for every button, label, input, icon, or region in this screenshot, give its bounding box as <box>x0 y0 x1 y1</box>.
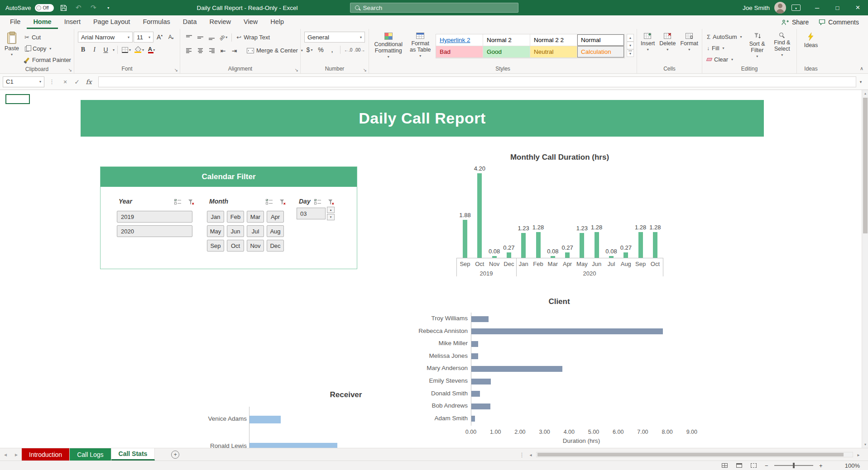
slicer-item-may[interactable]: May <box>207 225 224 237</box>
sheet-tab-call-stats[interactable]: Call Stats <box>111 448 155 461</box>
close-button[interactable]: × <box>848 0 868 15</box>
slicer-item-apr[interactable]: Apr <box>267 211 284 223</box>
vertical-scroll-thumb[interactable] <box>863 98 868 233</box>
hscroll-left-icon[interactable]: ◂ <box>527 451 534 458</box>
ribbon-tab-help[interactable]: Help <box>264 15 290 29</box>
cancel-formula-icon[interactable]: × <box>59 76 71 87</box>
clear-button[interactable]: Clear▾ <box>705 54 744 65</box>
slicer-item-aug[interactable]: Aug <box>267 225 284 237</box>
sheet-nav-right-icon[interactable]: ▸ <box>11 448 22 461</box>
day-multiselect-icon[interactable] <box>313 198 322 206</box>
ribbon-tab-view[interactable]: View <box>237 15 264 29</box>
normal-view-button[interactable] <box>720 462 730 470</box>
find-select-button[interactable]: Find & Select ▾ <box>771 31 794 58</box>
format-painter-button[interactable]: Format Painter <box>23 54 73 66</box>
slicer-item-jan[interactable]: Jan <box>207 211 224 223</box>
alignment-dialog-launcher[interactable]: ↘ <box>295 68 298 72</box>
styles-scroll-up-button[interactable]: ▴ <box>627 34 634 42</box>
slicer-item-2020[interactable]: 2020 <box>117 225 192 237</box>
formula-input[interactable] <box>98 76 856 87</box>
cell-style-normal-2-2[interactable]: Normal 2 2 <box>530 34 577 46</box>
save-button[interactable] <box>58 2 69 13</box>
cut-button[interactable]: ✂Cut <box>23 32 73 43</box>
enter-formula-icon[interactable]: ✓ <box>71 76 83 87</box>
fill-button[interactable]: ↓Fill▾ <box>705 43 744 54</box>
cell-style-good[interactable]: Good <box>483 46 530 58</box>
slicer-item-jul[interactable]: Jul <box>247 225 264 237</box>
scroll-down-icon[interactable]: ▾ <box>862 441 868 448</box>
bottom-align-button[interactable] <box>206 32 217 43</box>
slicer-item-mar[interactable]: Mar <box>247 211 264 223</box>
percent-style-button[interactable]: % <box>316 44 326 55</box>
slicer-item-jun[interactable]: Jun <box>227 225 244 237</box>
undo-button[interactable]: ↶ <box>73 2 84 13</box>
formula-bar-expand-icon[interactable]: ▾ <box>856 80 865 84</box>
new-sheet-button[interactable]: + <box>171 451 179 459</box>
day-input[interactable]: 03 <box>297 208 326 219</box>
font-name-combo[interactable]: Arial Narrow▾ <box>78 32 133 43</box>
format-cells-button[interactable]: Format ▾ <box>678 31 700 53</box>
increase-indent-button[interactable]: ⇥ <box>229 45 240 56</box>
minimize-button[interactable]: ─ <box>807 0 827 15</box>
top-align-button[interactable] <box>184 32 194 43</box>
insert-cells-button[interactable]: Insert ▾ <box>639 31 657 53</box>
sheet-tab-introduction[interactable]: Introduction <box>22 448 70 461</box>
increase-decimal-button[interactable]: ←.0 <box>343 44 354 55</box>
decrease-decimal-button[interactable]: .00→ <box>355 44 365 55</box>
zoom-out-button[interactable]: − <box>763 462 770 469</box>
cell-style-hyperlink-2[interactable]: Hyperlink 2 <box>436 34 483 46</box>
ribbon-tab-home[interactable]: Home <box>27 15 58 29</box>
horizontal-scrollbar[interactable] <box>536 452 853 457</box>
slicer-item-nov[interactable]: Nov <box>247 240 264 252</box>
share-button[interactable]: Share <box>782 19 809 26</box>
slicer-item-feb[interactable]: Feb <box>227 211 244 223</box>
slicer-item-oct[interactable]: Oct <box>227 240 244 252</box>
wrap-text-button[interactable]: ↩Wrap Text <box>235 32 272 43</box>
ribbon-tab-data[interactable]: Data <box>177 15 203 29</box>
sheet-nav-left-icon[interactable]: ◂ <box>0 448 11 461</box>
paste-button[interactable]: Paste ▾ <box>3 31 21 58</box>
user-avatar[interactable] <box>774 2 786 14</box>
ribbon-display-options-button[interactable]: ▾ <box>791 5 801 11</box>
styles-scroll-down-button[interactable]: ▾ <box>627 42 634 49</box>
zoom-slider[interactable] <box>774 462 813 469</box>
format-as-table-button[interactable]: Format as Table ▾ <box>406 31 435 59</box>
collapse-ribbon-button[interactable]: ∧ <box>860 66 863 71</box>
accounting-format-button[interactable]: $▾ <box>304 44 315 55</box>
day-spin-up-button[interactable]: ▴ <box>327 207 335 213</box>
font-size-combo[interactable]: 11▾ <box>134 32 153 43</box>
name-box[interactable]: C1▾ <box>3 76 44 87</box>
clipboard-dialog-launcher[interactable]: ↘ <box>68 68 72 72</box>
horizontal-scroll-thumb[interactable] <box>537 453 844 456</box>
cell-style-calculation[interactable]: Calculation <box>577 46 624 58</box>
number-dialog-launcher[interactable]: ↘ <box>363 68 367 72</box>
insert-function-icon[interactable]: fx <box>83 76 95 87</box>
bold-button[interactable]: B <box>78 44 88 55</box>
year-clear-filter-icon[interactable] <box>187 198 196 206</box>
quick-access-menu-icon[interactable]: ▾ <box>103 2 114 13</box>
ribbon-tab-insert[interactable]: Insert <box>58 15 87 29</box>
ribbon-tab-formulas[interactable]: Formulas <box>136 15 176 29</box>
page-layout-view-button[interactable] <box>734 462 744 470</box>
autosave-toggle[interactable]: Off <box>35 4 54 12</box>
cell-style-bad[interactable]: Bad <box>436 46 483 58</box>
slicer-item-dec[interactable]: Dec <box>267 240 284 252</box>
day-spin-down-button[interactable]: ▾ <box>327 214 335 220</box>
worksheet[interactable]: Daily Call Report Calendar Filter Year 2… <box>0 90 862 448</box>
month-multiselect-icon[interactable] <box>265 198 274 206</box>
font-color-button[interactable]: A▾ <box>146 44 157 55</box>
slicer-item-sep[interactable]: Sep <box>207 240 224 252</box>
zoom-level[interactable]: 100% <box>845 462 860 469</box>
comma-style-button[interactable]: , <box>327 44 337 55</box>
font-dialog-launcher[interactable]: ↘ <box>174 68 178 72</box>
align-left-button[interactable] <box>184 45 194 56</box>
cell-style-normal[interactable]: Normal <box>577 34 624 46</box>
search-box[interactable]: Search <box>350 3 518 13</box>
slicer-item-2019[interactable]: 2019 <box>117 211 192 223</box>
sheet-tab-call-logs[interactable]: Call Logs <box>70 448 111 461</box>
month-clear-filter-icon[interactable] <box>278 198 287 206</box>
formula-bar-splitter[interactable]: ⋮ <box>49 78 55 85</box>
comments-button[interactable]: Comments <box>819 19 859 26</box>
page-break-view-button[interactable] <box>749 462 759 470</box>
scroll-up-icon[interactable]: ▴ <box>862 90 868 97</box>
